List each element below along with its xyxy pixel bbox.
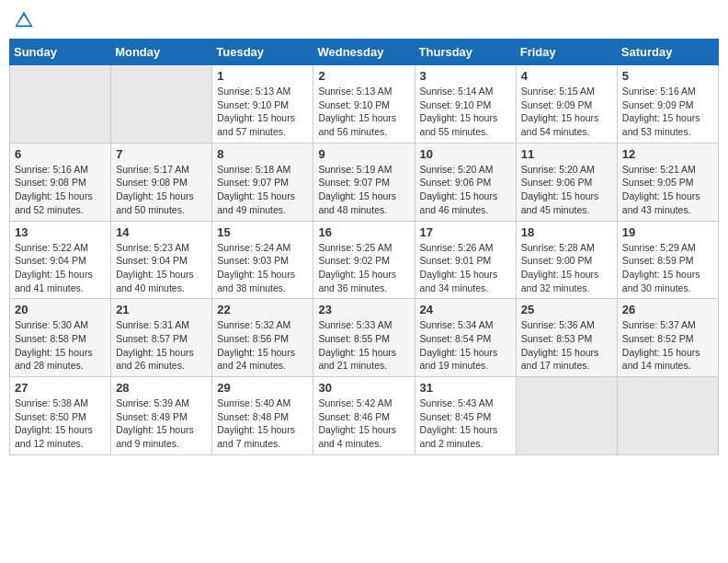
calendar-cell: 29Sunrise: 5:40 AMSunset: 8:48 PMDayligh… — [212, 377, 313, 455]
day-number: 13 — [15, 225, 106, 239]
calendar-cell: 9Sunrise: 5:19 AMSunset: 9:07 PMDaylight… — [313, 143, 415, 221]
calendar-cell: 22Sunrise: 5:32 AMSunset: 8:56 PMDayligh… — [212, 299, 313, 377]
weekday-header-saturday: Saturday — [617, 40, 718, 65]
calendar-cell: 15Sunrise: 5:24 AMSunset: 9:03 PMDayligh… — [212, 221, 313, 299]
calendar-cell — [111, 65, 212, 144]
day-number: 30 — [318, 381, 409, 395]
calendar-week-3: 13Sunrise: 5:22 AMSunset: 9:04 PMDayligh… — [10, 221, 719, 299]
calendar-cell: 2Sunrise: 5:13 AMSunset: 9:10 PMDaylight… — [313, 65, 415, 144]
calendar-cell: 13Sunrise: 5:22 AMSunset: 9:04 PMDayligh… — [10, 221, 111, 299]
day-number: 11 — [521, 147, 612, 161]
day-number: 29 — [217, 381, 308, 395]
day-number: 6 — [15, 147, 106, 161]
day-info: Sunrise: 5:33 AMSunset: 8:55 PMDaylight:… — [318, 318, 409, 373]
day-number: 19 — [622, 225, 713, 239]
logo-icon — [13, 9, 35, 31]
day-info: Sunrise: 5:20 AMSunset: 9:06 PMDaylight:… — [521, 163, 612, 217]
calendar-week-2: 6Sunrise: 5:16 AMSunset: 9:08 PMDaylight… — [10, 143, 719, 221]
day-info: Sunrise: 5:43 AMSunset: 8:45 PMDaylight:… — [420, 396, 511, 451]
calendar-cell: 24Sunrise: 5:34 AMSunset: 8:54 PMDayligh… — [415, 299, 516, 377]
day-number: 23 — [318, 303, 409, 316]
calendar-cell: 25Sunrise: 5:36 AMSunset: 8:53 PMDayligh… — [516, 299, 617, 377]
day-number: 1 — [217, 69, 308, 83]
day-number: 9 — [318, 147, 409, 161]
calendar-week-5: 27Sunrise: 5:38 AMSunset: 8:50 PMDayligh… — [10, 377, 719, 455]
page-header — [9, 9, 719, 31]
calendar-cell: 1Sunrise: 5:13 AMSunset: 9:10 PMDaylight… — [212, 65, 313, 144]
day-info: Sunrise: 5:17 AMSunset: 9:08 PMDaylight:… — [116, 163, 207, 217]
calendar-cell: 12Sunrise: 5:21 AMSunset: 9:05 PMDayligh… — [617, 143, 718, 221]
day-info: Sunrise: 5:30 AMSunset: 8:58 PMDaylight:… — [15, 318, 106, 373]
weekday-header-wednesday: Wednesday — [313, 40, 415, 65]
weekday-header-thursday: Thursday — [415, 40, 516, 65]
day-number: 16 — [318, 225, 409, 239]
day-info: Sunrise: 5:25 AMSunset: 9:02 PMDaylight:… — [318, 241, 409, 295]
day-info: Sunrise: 5:28 AMSunset: 9:00 PMDaylight:… — [521, 241, 612, 295]
calendar-cell: 10Sunrise: 5:20 AMSunset: 9:06 PMDayligh… — [415, 143, 516, 221]
day-info: Sunrise: 5:31 AMSunset: 8:57 PMDaylight:… — [116, 318, 207, 373]
calendar-cell: 6Sunrise: 5:16 AMSunset: 9:08 PMDaylight… — [10, 143, 111, 221]
day-info: Sunrise: 5:32 AMSunset: 8:56 PMDaylight:… — [217, 318, 308, 373]
day-info: Sunrise: 5:19 AMSunset: 9:07 PMDaylight:… — [318, 163, 409, 217]
calendar-cell: 26Sunrise: 5:37 AMSunset: 8:52 PMDayligh… — [617, 299, 718, 377]
day-info: Sunrise: 5:22 AMSunset: 9:04 PMDaylight:… — [15, 241, 106, 295]
calendar-cell — [516, 377, 617, 455]
calendar-cell: 17Sunrise: 5:26 AMSunset: 9:01 PMDayligh… — [415, 221, 516, 299]
day-info: Sunrise: 5:29 AMSunset: 8:59 PMDaylight:… — [622, 241, 713, 295]
calendar-cell: 23Sunrise: 5:33 AMSunset: 8:55 PMDayligh… — [313, 299, 415, 377]
day-info: Sunrise: 5:20 AMSunset: 9:06 PMDaylight:… — [420, 163, 511, 217]
day-number: 22 — [217, 303, 308, 316]
day-info: Sunrise: 5:14 AMSunset: 9:10 PMDaylight:… — [420, 85, 511, 139]
calendar-week-1: 1Sunrise: 5:13 AMSunset: 9:10 PMDaylight… — [10, 65, 719, 144]
day-number: 28 — [116, 381, 207, 395]
calendar-cell: 27Sunrise: 5:38 AMSunset: 8:50 PMDayligh… — [10, 377, 111, 455]
calendar-cell: 11Sunrise: 5:20 AMSunset: 9:06 PMDayligh… — [516, 143, 617, 221]
day-info: Sunrise: 5:24 AMSunset: 9:03 PMDaylight:… — [217, 241, 308, 295]
day-info: Sunrise: 5:16 AMSunset: 9:09 PMDaylight:… — [622, 85, 713, 139]
day-info: Sunrise: 5:23 AMSunset: 9:04 PMDaylight:… — [116, 241, 207, 295]
day-number: 21 — [116, 303, 207, 316]
calendar-cell: 28Sunrise: 5:39 AMSunset: 8:49 PMDayligh… — [111, 377, 212, 455]
calendar-cell: 20Sunrise: 5:30 AMSunset: 8:58 PMDayligh… — [10, 299, 111, 377]
calendar-cell: 5Sunrise: 5:16 AMSunset: 9:09 PMDaylight… — [617, 65, 718, 144]
day-info: Sunrise: 5:21 AMSunset: 9:05 PMDaylight:… — [622, 163, 713, 217]
calendar-week-4: 20Sunrise: 5:30 AMSunset: 8:58 PMDayligh… — [10, 299, 719, 377]
day-number: 25 — [521, 303, 612, 316]
day-info: Sunrise: 5:16 AMSunset: 9:08 PMDaylight:… — [15, 163, 106, 217]
calendar-cell: 18Sunrise: 5:28 AMSunset: 9:00 PMDayligh… — [516, 221, 617, 299]
weekday-header-monday: Monday — [111, 40, 212, 65]
calendar-cell: 4Sunrise: 5:15 AMSunset: 9:09 PMDaylight… — [516, 65, 617, 144]
day-info: Sunrise: 5:26 AMSunset: 9:01 PMDaylight:… — [420, 241, 511, 295]
day-number: 14 — [116, 225, 207, 239]
day-number: 2 — [318, 69, 409, 83]
weekday-header-tuesday: Tuesday — [212, 40, 313, 65]
logo — [13, 9, 39, 31]
day-number: 5 — [622, 69, 713, 83]
calendar-cell: 31Sunrise: 5:43 AMSunset: 8:45 PMDayligh… — [415, 377, 516, 455]
calendar-cell: 7Sunrise: 5:17 AMSunset: 9:08 PMDaylight… — [111, 143, 212, 221]
day-number: 26 — [622, 303, 713, 316]
day-number: 20 — [15, 303, 106, 316]
calendar-cell: 16Sunrise: 5:25 AMSunset: 9:02 PMDayligh… — [313, 221, 415, 299]
calendar-cell: 14Sunrise: 5:23 AMSunset: 9:04 PMDayligh… — [111, 221, 212, 299]
day-info: Sunrise: 5:18 AMSunset: 9:07 PMDaylight:… — [217, 163, 308, 217]
day-info: Sunrise: 5:15 AMSunset: 9:09 PMDaylight:… — [521, 85, 612, 139]
day-number: 10 — [420, 147, 511, 161]
calendar-table: SundayMondayTuesdayWednesdayThursdayFrid… — [9, 39, 719, 455]
day-number: 17 — [420, 225, 511, 239]
calendar-cell: 30Sunrise: 5:42 AMSunset: 8:46 PMDayligh… — [313, 377, 415, 455]
day-info: Sunrise: 5:37 AMSunset: 8:52 PMDaylight:… — [622, 318, 713, 373]
day-info: Sunrise: 5:13 AMSunset: 9:10 PMDaylight:… — [318, 85, 409, 139]
weekday-header-friday: Friday — [516, 40, 617, 65]
day-info: Sunrise: 5:13 AMSunset: 9:10 PMDaylight:… — [217, 85, 308, 139]
day-info: Sunrise: 5:40 AMSunset: 8:48 PMDaylight:… — [217, 396, 308, 451]
calendar-cell — [10, 65, 111, 144]
day-number: 3 — [420, 69, 511, 83]
day-number: 31 — [420, 381, 511, 395]
day-number: 12 — [622, 147, 713, 161]
day-number: 18 — [521, 225, 612, 239]
day-number: 7 — [116, 147, 207, 161]
day-info: Sunrise: 5:36 AMSunset: 8:53 PMDaylight:… — [521, 318, 612, 373]
day-number: 8 — [217, 147, 308, 161]
day-number: 27 — [15, 381, 106, 395]
